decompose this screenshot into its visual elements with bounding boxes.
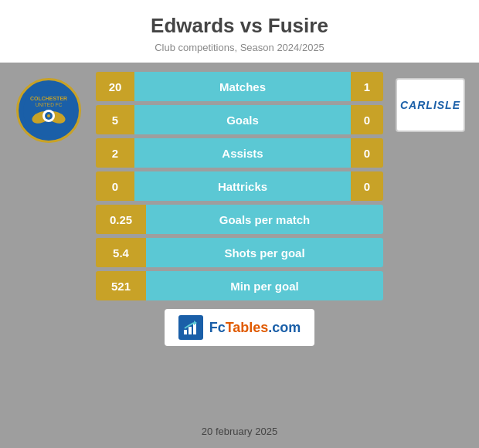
stat-right-hattricks: 0 bbox=[351, 171, 383, 201]
fctables-text: FcTables.com bbox=[209, 320, 301, 336]
footer: 20 february 2025 bbox=[0, 423, 479, 448]
stat-label-hattricks: Hattricks bbox=[134, 171, 351, 201]
stat-label-min-per-goal: Min per goal bbox=[146, 271, 383, 300]
stat-label-goals-per-match: Goals per match bbox=[146, 205, 383, 234]
stats-area: 20 Matches 1 5 Goals 0 2 Assists 0 0 Hat… bbox=[96, 72, 383, 346]
stat-row-goals-per-match: 0.25 Goals per match bbox=[96, 205, 383, 234]
stat-label-shots-per-goal: Shots per goal bbox=[146, 238, 383, 267]
stat-row-assists: 2 Assists 0 bbox=[96, 138, 383, 168]
stat-label-assists: Assists bbox=[134, 138, 351, 168]
left-team-logo: COLCHESTER UNITED FC bbox=[6, 72, 91, 143]
stat-row-min-per-goal: 521 Min per goal bbox=[96, 271, 383, 300]
svg-text:UNITED FC: UNITED FC bbox=[36, 102, 63, 107]
stat-left-goals-per-match: 0.25 bbox=[96, 205, 146, 234]
fctables-icon bbox=[178, 315, 203, 340]
stat-row-goals: 5 Goals 0 bbox=[96, 105, 383, 134]
stat-row-hattricks: 0 Hattricks 0 bbox=[96, 171, 383, 201]
main-content: COLCHESTER UNITED FC 20 Matches 1 5 Goal… bbox=[0, 63, 479, 423]
header: Edwards vs Fusire Club competitions, Sea… bbox=[0, 0, 479, 63]
right-team-logo: CARLISLE bbox=[388, 72, 473, 132]
fctables-box: FcTables.com bbox=[165, 309, 315, 346]
svg-rect-8 bbox=[184, 330, 187, 334]
stat-left-assists: 2 bbox=[96, 138, 134, 168]
stat-row-shots-per-goal: 5.4 Shots per goal bbox=[96, 238, 383, 267]
fctables-logo-wrap: FcTables.com bbox=[96, 309, 383, 346]
stat-right-goals: 0 bbox=[351, 105, 383, 134]
stat-right-matches: 1 bbox=[351, 72, 383, 101]
stat-left-matches: 20 bbox=[96, 72, 134, 101]
svg-point-7 bbox=[47, 114, 50, 117]
svg-rect-10 bbox=[193, 324, 196, 334]
stat-left-min-per-goal: 521 bbox=[96, 271, 146, 300]
stat-left-shots-per-goal: 5.4 bbox=[96, 238, 146, 267]
match-title: Edwards vs Fusire bbox=[8, 14, 471, 38]
footer-date: 20 february 2025 bbox=[0, 423, 479, 437]
stat-left-hattricks: 0 bbox=[96, 171, 134, 201]
stat-row-matches: 20 Matches 1 bbox=[96, 72, 383, 101]
stat-right-assists: 0 bbox=[351, 138, 383, 168]
stat-label-matches: Matches bbox=[134, 72, 351, 101]
svg-rect-9 bbox=[189, 327, 192, 334]
carlisle-logo-text: CARLISLE bbox=[400, 99, 460, 111]
svg-text:COLCHESTER: COLCHESTER bbox=[30, 96, 67, 101]
stat-label-goals: Goals bbox=[134, 105, 351, 134]
stat-left-goals: 5 bbox=[96, 105, 134, 134]
match-subtitle: Club competitions, Season 2024/2025 bbox=[8, 42, 471, 53]
